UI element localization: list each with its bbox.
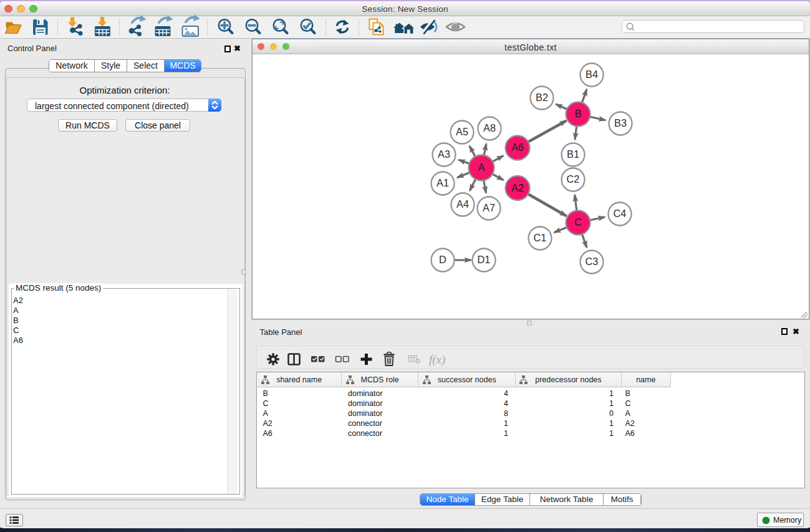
svg-text:A7: A7 <box>483 202 495 213</box>
svg-text:A2: A2 <box>511 183 524 193</box>
svg-text:B: B <box>575 109 582 119</box>
svg-text:C1: C1 <box>534 232 547 243</box>
svg-text:A3: A3 <box>438 148 450 160</box>
svg-text:B1: B1 <box>567 148 579 160</box>
svg-text:B4: B4 <box>586 69 598 80</box>
svg-text:A5: A5 <box>456 126 468 137</box>
svg-text:A8: A8 <box>483 122 496 133</box>
svg-text:A6: A6 <box>511 142 524 153</box>
svg-text:D1: D1 <box>478 254 491 265</box>
svg-text:C: C <box>574 217 582 228</box>
svg-text:B3: B3 <box>614 117 627 128</box>
svg-text:C2: C2 <box>567 173 580 185</box>
svg-text:D: D <box>439 254 446 265</box>
svg-text:B2: B2 <box>536 92 548 103</box>
svg-text:C4: C4 <box>614 208 627 219</box>
svg-text:C3: C3 <box>586 256 599 267</box>
svg-text:A1: A1 <box>436 177 449 188</box>
svg-text:A4: A4 <box>456 198 469 210</box>
svg-text:A: A <box>478 162 485 173</box>
svg-text:f(x): f(x) <box>429 353 445 367</box>
